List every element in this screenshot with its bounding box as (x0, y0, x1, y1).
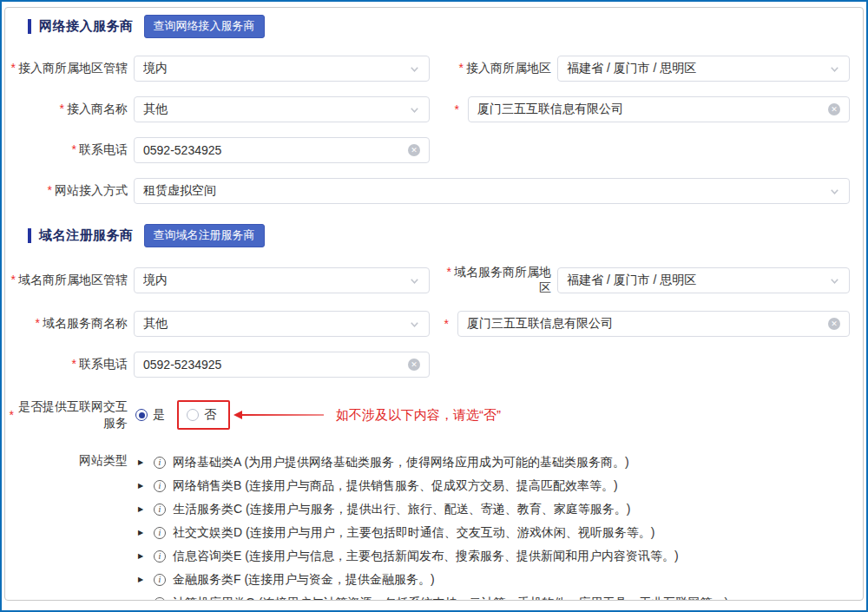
access-name-value: 其他 (143, 102, 409, 117)
domain-name-select[interactable]: 其他 (134, 311, 430, 337)
query-access-provider-button[interactable]: 查询网络接入服务商 (144, 15, 265, 38)
info-icon: i (154, 574, 166, 586)
caret-right-icon[interactable]: ▶ (138, 529, 150, 536)
clear-input-icon[interactable]: ✕ (828, 318, 840, 330)
row-access-phone: *联系电话 0592-5234925 ✕ (5, 137, 863, 163)
access-phone-input[interactable]: 0592-5234925 ✕ (134, 137, 430, 163)
caret-right-icon[interactable]: ▶ (138, 505, 150, 513)
chevron-down-icon (829, 275, 840, 286)
page-frame: 网络接入服务商 查询网络接入服务商 *接入商所属地区管辖 境内 *接入商所属地区… (0, 0, 868, 612)
domain-company-value: 厦门三五互联信息有限公司 (467, 316, 828, 332)
radio-option-no[interactable]: 否 (187, 407, 216, 423)
radio-selected-icon (135, 409, 148, 421)
info-icon: i (154, 597, 166, 602)
radio-unselected-icon (187, 409, 199, 421)
required-asterisk: * (72, 142, 76, 156)
caret-right-icon[interactable]: ▶ (138, 599, 150, 601)
section-title-access: 网络接入服务商 (39, 18, 134, 35)
arrow-head-icon (233, 411, 242, 419)
row-domain-phone: *联系电话 0592-5234925 ✕ (5, 352, 863, 378)
query-domain-registrar-button[interactable]: 查询域名注册服务商 (144, 224, 265, 247)
clear-input-icon[interactable]: ✕ (828, 103, 840, 115)
caret-right-icon[interactable]: ▶ (138, 576, 150, 583)
radio-option-yes[interactable]: 是 (135, 407, 165, 423)
required-asterisk: * (72, 357, 76, 371)
chevron-down-icon (409, 275, 420, 286)
domain-region-admin-select[interactable]: 境内 (134, 267, 430, 293)
clear-input-icon[interactable]: ✕ (408, 359, 420, 371)
access-method-select[interactable]: 租赁虚拟空间 (134, 178, 850, 204)
required-asterisk: * (36, 316, 40, 330)
access-phone-value: 0592-5234925 (143, 143, 408, 157)
domain-region-label: *域名服务商所属地区 (436, 265, 551, 296)
row-domain-name: *域名服务商名称 其他 * 厦门三五互联信息有限公司 ✕ (5, 311, 863, 337)
domain-company-asterisk: * (436, 317, 451, 331)
domain-region-value: 福建省 / 厦门市 / 思明区 (567, 273, 829, 288)
row-interactive-service: * 是否提供互联网交互服务 是 否 如不涉及以下内容，请选“否” (5, 398, 863, 431)
required-asterisk: * (444, 317, 449, 331)
domain-region-select[interactable]: 福建省 / 厦门市 / 思明区 (557, 267, 850, 293)
site-type-item-d[interactable]: ▶ i 社交文娱类D (连接用户与用户，主要包括即时通信、交友互动、游戏休闲、视… (138, 521, 728, 544)
chevron-down-icon (829, 63, 840, 75)
access-company-input[interactable]: 厦门三五互联信息有限公司 ✕ (468, 96, 850, 122)
access-region-label: *接入商所属地区 (436, 61, 551, 76)
required-asterisk: * (60, 102, 64, 115)
annotation-arrow (233, 411, 324, 419)
domain-company-input[interactable]: 厦门三五互联信息有限公司 ✕ (457, 311, 850, 337)
form-panel: 网络接入服务商 查询网络接入服务商 *接入商所属地区管辖 境内 *接入商所属地区… (4, 7, 864, 601)
section-accent-bar (28, 228, 31, 243)
access-name-select[interactable]: 其他 (134, 96, 430, 122)
chevron-down-icon (409, 104, 420, 115)
access-region-admin-value: 境内 (143, 61, 409, 76)
chevron-down-icon (409, 63, 420, 75)
domain-phone-input[interactable]: 0592-5234925 ✕ (134, 352, 430, 378)
annotation-highlight-box: 否 (177, 400, 230, 430)
required-asterisk: * (10, 408, 14, 422)
arrow-line (242, 414, 324, 416)
access-region-value: 福建省 / 厦门市 / 思明区 (567, 61, 829, 76)
section-header-access: 网络接入服务商 查询网络接入服务商 (28, 15, 863, 38)
site-type-label: 网站类型 (5, 451, 128, 601)
required-asterisk: * (11, 61, 16, 75)
access-method-label: *网站接入方式 (5, 183, 128, 199)
required-asterisk: * (459, 61, 464, 75)
info-icon: i (154, 457, 166, 469)
annotation-text: 如不涉及以下内容，请选“否” (336, 407, 501, 424)
access-region-admin-select[interactable]: 境内 (134, 56, 430, 82)
section-header-domain: 域名注册服务商 查询域名注册服务商 (28, 224, 863, 247)
domain-region-admin-value: 境内 (143, 273, 409, 288)
access-company-asterisk: * (436, 102, 462, 116)
site-type-item-c[interactable]: ▶ i 生活服务类C (连接用户与服务，提供出行、旅行、配送、寄递、教育、家庭等… (138, 497, 728, 521)
row-access-method: *网站接入方式 租赁虚拟空间 (5, 178, 863, 204)
info-icon: i (154, 527, 166, 539)
interactive-service-label: * 是否提供互联网交互服务 (5, 398, 128, 431)
caret-right-icon[interactable]: ▶ (138, 552, 150, 560)
domain-phone-label: *联系电话 (5, 357, 128, 372)
chevron-down-icon (829, 186, 840, 197)
row-access-name: *接入商名称 其他 * 厦门三五互联信息有限公司 ✕ (5, 96, 863, 122)
caret-right-icon[interactable]: ▶ (138, 482, 150, 490)
site-type-item-a[interactable]: ▶ i 网络基础类A (为用户提供网络基础类服务，使得网络应用成为可能的基础类服… (138, 451, 728, 474)
site-type-item-e[interactable]: ▶ i 信息咨询类E (连接用户与信息，主要包括新闻发布、搜索服务、提供新闻和用… (138, 544, 728, 568)
site-type-item-g[interactable]: ▶ i 计算机应用类G (连接用户与计算资源，包括系统支持、云计算、手机软件、应… (138, 591, 728, 601)
domain-name-value: 其他 (143, 316, 409, 332)
domain-phone-value: 0592-5234925 (143, 358, 408, 372)
info-icon: i (154, 480, 166, 492)
site-type-item-b[interactable]: ▶ i 网络销售类B (连接用户与商品，提供销售服务、促成双方交易、提高匹配效率… (138, 474, 728, 497)
section-accent-bar (28, 19, 31, 34)
info-icon: i (154, 503, 166, 516)
clear-input-icon[interactable]: ✕ (408, 144, 420, 156)
required-asterisk: * (455, 102, 459, 116)
access-phone-label: *联系电话 (5, 142, 128, 158)
access-method-value: 租赁虚拟空间 (143, 183, 829, 199)
required-asterisk: * (447, 265, 451, 279)
section-title-domain: 域名注册服务商 (39, 227, 134, 244)
row-access-region: *接入商所属地区管辖 境内 *接入商所属地区 福建省 / 厦门市 / 思明区 (5, 56, 863, 82)
site-type-item-f[interactable]: ▶ i 金融服务类F (连接用户与资金，提供金融服务。) (138, 568, 728, 591)
required-asterisk: * (48, 183, 52, 197)
row-domain-region: *域名商所属地区管辖 境内 *域名服务商所属地区 福建省 / 厦门市 / 思明区 (5, 265, 863, 296)
access-region-select[interactable]: 福建省 / 厦门市 / 思明区 (557, 56, 850, 82)
access-name-label: *接入商名称 (5, 102, 128, 117)
site-type-block: 网站类型 ▶ i 网络基础类A (为用户提供网络基础类服务，使得网络应用成为可能… (5, 451, 863, 601)
caret-right-icon[interactable]: ▶ (138, 458, 150, 466)
